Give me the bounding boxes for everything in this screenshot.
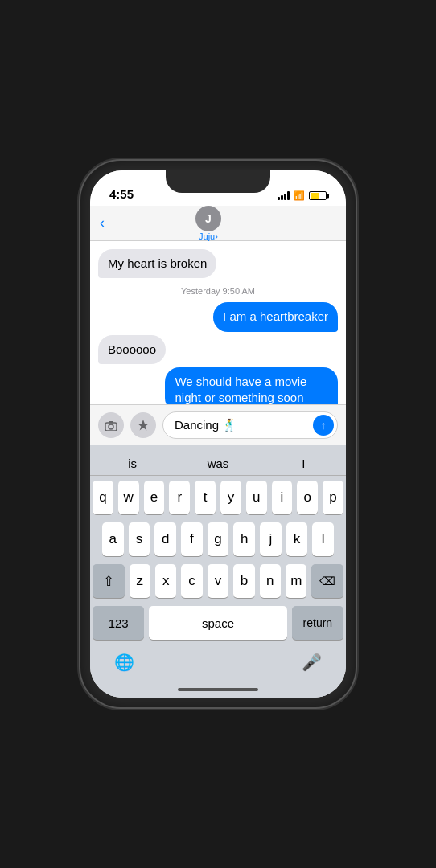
shift-key[interactable]: ⇧ [93, 564, 125, 598]
space-key[interactable]: space [149, 606, 286, 640]
key-z[interactable]: z [130, 564, 150, 598]
message-input[interactable]: Dancing 🕺 [175, 418, 305, 432]
home-indicator [90, 682, 346, 698]
keyboard-bottom-bar: 🌐 🎤 [90, 648, 346, 682]
wifi-icon: 📶 [294, 190, 305, 201]
notch [166, 170, 270, 193]
autocomplete-is[interactable]: is [90, 452, 175, 475]
autocomplete-was[interactable]: was [175, 452, 261, 475]
message-input-wrap: Dancing 🕺 ↑ [162, 411, 338, 439]
key-g[interactable]: g [208, 522, 229, 556]
contact-name: Juju› [199, 231, 218, 241]
numbers-key[interactable]: 123 [93, 606, 144, 640]
nav-bar: ‹ J Juju› [90, 206, 346, 241]
key-p[interactable]: p [323, 481, 343, 514]
keyboard-row-2: a s d f g h j k l [90, 522, 346, 556]
key-c[interactable]: c [181, 564, 202, 598]
home-bar [178, 688, 258, 691]
message-row-5: We should have a movie night or somethin… [98, 367, 338, 404]
autocomplete-i[interactable]: I [261, 452, 346, 475]
signal-bars-icon [278, 191, 290, 200]
status-icons: 📶 [278, 190, 327, 201]
timestamp-1: Yesterday 9:50 AM [98, 286, 338, 296]
backspace-key[interactable]: ⌫ [311, 564, 343, 598]
input-bar: Dancing 🕺 ↑ [90, 404, 346, 445]
key-r[interactable]: r [169, 481, 190, 514]
key-m[interactable]: m [286, 564, 306, 598]
key-u[interactable]: u [246, 481, 267, 514]
key-o[interactable]: o [297, 481, 318, 514]
app-store-button[interactable] [130, 412, 156, 438]
svg-rect-2 [109, 421, 113, 424]
key-j[interactable]: j [260, 522, 282, 556]
bubble-received-1[interactable]: My heart is broken [98, 249, 216, 278]
keyboard-row-3: ⇧ z x c v b n m ⌫ [90, 564, 346, 598]
keyboard-row-4: 123 space return [90, 606, 346, 640]
avatar: J [195, 206, 221, 231]
return-key[interactable]: return [292, 606, 343, 640]
send-button[interactable]: ↑ [313, 415, 334, 436]
bubble-sent-5[interactable]: We should have a movie night or somethin… [165, 367, 338, 404]
key-x[interactable]: x [155, 564, 176, 598]
bubble-sent-3[interactable]: I am a heartbreaker [213, 302, 338, 331]
key-y[interactable]: y [220, 481, 241, 514]
key-v[interactable]: v [208, 564, 228, 598]
key-w[interactable]: w [118, 481, 139, 514]
key-b[interactable]: b [233, 564, 254, 598]
svg-point-1 [109, 424, 113, 429]
bubble-received-4[interactable]: Boooooo [98, 335, 166, 364]
key-f[interactable]: f [181, 522, 203, 556]
camera-button[interactable] [98, 412, 124, 438]
message-row-3: I am a heartbreaker [98, 302, 338, 331]
key-t[interactable]: t [195, 481, 216, 514]
key-h[interactable]: h [233, 522, 255, 556]
key-l[interactable]: l [312, 522, 334, 556]
globe-icon[interactable]: 🌐 [114, 653, 134, 672]
send-icon: ↑ [321, 420, 327, 431]
phone-screen: 4:55 📶 ‹ J Juju› [90, 170, 346, 698]
key-n[interactable]: n [260, 564, 281, 598]
keyboard-row-1: q w e r t y u i o p [90, 481, 346, 514]
message-row-4: Boooooo [98, 335, 338, 364]
key-d[interactable]: d [154, 522, 176, 556]
key-q[interactable]: q [93, 481, 113, 514]
key-a[interactable]: a [102, 522, 124, 556]
battery-icon [309, 191, 327, 200]
keyboard: is was I q w e r t y u i o p a s d [90, 445, 346, 698]
phone-frame: 4:55 📶 ‹ J Juju› [80, 161, 356, 707]
autocomplete-row: is was I [90, 452, 346, 476]
status-time: 4:55 [109, 187, 134, 201]
contact-info[interactable]: J Juju› [195, 206, 221, 241]
message-row-1: My heart is broken [98, 249, 338, 278]
back-button[interactable]: ‹ [100, 215, 105, 231]
microphone-icon[interactable]: 🎤 [302, 653, 322, 672]
key-i[interactable]: i [272, 481, 293, 514]
key-k[interactable]: k [286, 522, 308, 556]
key-s[interactable]: s [129, 522, 150, 556]
key-e[interactable]: e [144, 481, 165, 514]
messages-area: My heart is broken Yesterday 9:50 AM I a… [90, 241, 346, 404]
